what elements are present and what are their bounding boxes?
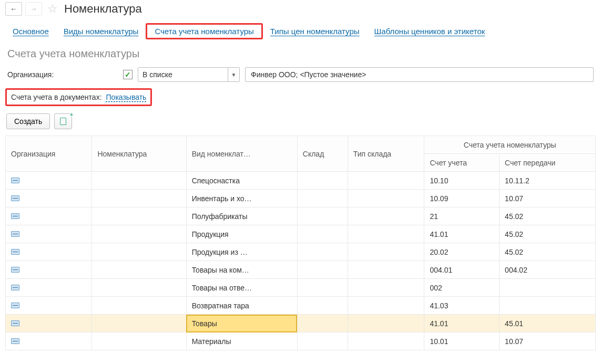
nav-back-button[interactable]: ← <box>5 2 22 16</box>
row-icon <box>11 195 19 201</box>
cell <box>297 172 348 190</box>
cell <box>348 332 424 350</box>
cell <box>297 207 348 225</box>
chevron-down-icon[interactable]: ▼ <box>228 68 239 81</box>
cell: 004.01 <box>424 261 500 279</box>
cell <box>6 315 92 332</box>
table-row[interactable]: Продукция из …20.0245.02 <box>6 243 596 261</box>
org-filter-checkbox[interactable]: ✓ <box>123 70 133 79</box>
col-wh-type[interactable]: Тип склада <box>348 136 424 172</box>
cell: 45.01 <box>500 315 596 332</box>
col-accounts-group[interactable]: Счета учета номенклатуры <box>424 136 596 154</box>
filter-value-field[interactable]: Финвер ООО; <Пустое значение> <box>245 67 594 82</box>
cell: 10.09 <box>424 190 500 207</box>
table-row[interactable]: Возвратная тара41.03 <box>6 297 596 315</box>
tab-main[interactable]: Основное <box>5 25 56 38</box>
cell <box>348 279 424 297</box>
cell <box>348 172 424 190</box>
page-title: Номенклатура <box>64 2 142 16</box>
cell <box>92 207 186 225</box>
section-title: Счета учета номенклатуры <box>0 45 601 63</box>
cell: Товары на ком… <box>186 261 297 279</box>
cell <box>348 190 424 207</box>
col-nomen[interactable]: Номенклатура <box>92 136 186 172</box>
cell <box>6 261 92 279</box>
cell: 10.07 <box>500 332 596 350</box>
cell <box>6 297 92 315</box>
cell <box>348 261 424 279</box>
cell <box>348 315 424 332</box>
cell <box>500 297 596 315</box>
row-icon <box>11 231 19 237</box>
tab-accounts[interactable]: Счета учета номенклатуры <box>146 23 262 39</box>
cell <box>348 297 424 315</box>
cell <box>92 279 186 297</box>
row-icon <box>11 338 19 344</box>
cell: 10.10 <box>424 172 500 190</box>
table-row[interactable]: Материалы10.0110.07 <box>6 332 596 350</box>
cell <box>297 225 348 243</box>
cell <box>297 332 348 350</box>
cell: 41.01 <box>424 315 500 332</box>
table-row[interactable]: Товары на ком…004.01004.02 <box>6 261 596 279</box>
row-icon <box>11 267 19 273</box>
cell <box>6 225 92 243</box>
cell: Спецоснастка <box>186 172 297 190</box>
cell <box>348 207 424 225</box>
filter-mode-value: В списке <box>138 68 228 81</box>
cell <box>6 332 92 350</box>
tab-kinds[interactable]: Виды номенклатуры <box>56 25 146 38</box>
tab-price-types[interactable]: Типы цен номенклатуры <box>263 25 367 38</box>
cell: 10.07 <box>500 190 596 207</box>
table-row[interactable]: Товары на отве…002 <box>6 279 596 297</box>
tab-templates[interactable]: Шаблоны ценников и этикеток <box>367 25 493 38</box>
cell <box>92 261 186 279</box>
table-row[interactable]: Инвентарь и хо…10.0910.07 <box>6 190 596 207</box>
nav-forward-button: → <box>25 2 42 16</box>
cell: Товары на отве… <box>186 279 297 297</box>
arrow-right-icon: → <box>30 5 37 13</box>
cell <box>297 190 348 207</box>
cell: 45.02 <box>500 207 596 225</box>
table-row[interactable]: Спецоснастка10.1010.11.2 <box>6 172 596 190</box>
cell: 45.02 <box>500 243 596 261</box>
col-warehouse[interactable]: Склад <box>297 136 348 172</box>
cell <box>297 315 348 332</box>
arrow-left-icon: ← <box>10 5 17 13</box>
show-in-docs-link[interactable]: Показывать <box>106 93 147 101</box>
cell: 002 <box>424 279 500 297</box>
cell: 45.02 <box>500 225 596 243</box>
col-kind[interactable]: Вид номенклат… <box>186 136 297 172</box>
row-icon <box>11 213 19 219</box>
create-button[interactable]: Создать <box>6 113 50 129</box>
favorite-star-icon[interactable]: ☆ <box>47 2 58 16</box>
filter-mode-dropdown[interactable]: В списке ▼ <box>138 67 240 82</box>
cell: Инвентарь и хо… <box>186 190 297 207</box>
row-icon <box>11 320 19 326</box>
cell <box>92 243 186 261</box>
table-row[interactable]: Полуфабрикаты2145.02 <box>6 207 596 225</box>
table-row[interactable]: Товары41.0145.01 <box>6 315 596 332</box>
cell <box>297 297 348 315</box>
cell <box>92 332 186 350</box>
cell <box>500 279 596 297</box>
cell <box>6 172 92 190</box>
cell <box>297 261 348 279</box>
create-copy-button[interactable]: + <box>54 113 72 129</box>
cell <box>297 243 348 261</box>
cell: Продукция из … <box>186 243 297 261</box>
col-org[interactable]: Организация <box>6 136 92 172</box>
cell <box>92 172 186 190</box>
table-row[interactable]: Продукция41.0145.02 <box>6 225 596 243</box>
cell <box>92 190 186 207</box>
cell <box>6 207 92 225</box>
row-icon <box>11 303 19 308</box>
cell <box>92 315 186 332</box>
cell: Возвратная тара <box>186 297 297 315</box>
cell: 10.11.2 <box>500 172 596 190</box>
col-acc-transfer[interactable]: Счет передачи <box>500 154 596 172</box>
show-in-docs-label: Счета учета в документах: <box>11 93 102 101</box>
col-acc[interactable]: Счет учета <box>424 154 500 172</box>
cell <box>6 279 92 297</box>
cell <box>92 297 186 315</box>
